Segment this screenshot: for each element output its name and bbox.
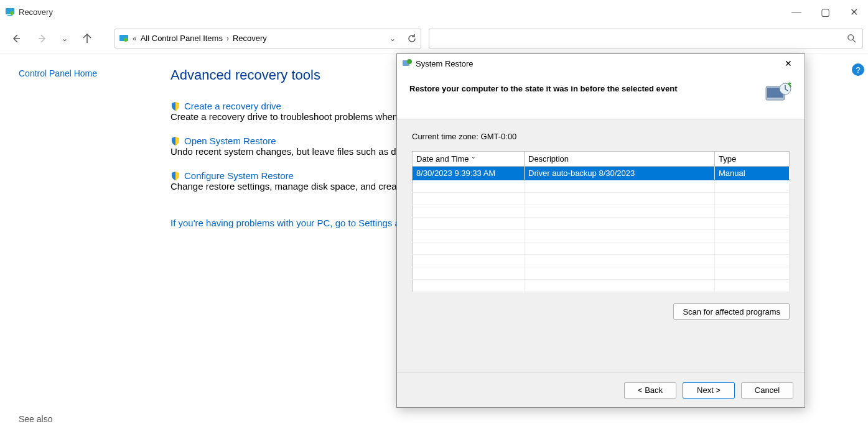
dialog-close-button[interactable]: ✕ <box>777 54 800 73</box>
dialog-titlebar: System Restore ✕ <box>397 54 805 73</box>
shield-icon <box>170 136 180 146</box>
empty-row <box>413 267 790 280</box>
cell-date-time: 8/30/2023 9:39:33 AM <box>413 167 525 180</box>
empty-row <box>413 242 790 255</box>
arrow-left-icon <box>11 34 21 44</box>
content-area: Control Panel Home See also Advanced rec… <box>0 53 868 429</box>
sidebar: Control Panel Home See also <box>0 53 168 429</box>
window-title: Recovery <box>19 7 782 17</box>
arrow-right-icon <box>37 34 47 44</box>
tool-link[interactable]: Create a recovery drive <box>184 101 281 111</box>
next-button[interactable]: Next > <box>683 382 735 399</box>
tool-link[interactable]: Open System Restore <box>184 136 276 146</box>
refresh-icon[interactable] <box>407 34 417 44</box>
restore-point-row[interactable]: 8/30/2023 9:39:33 AM Driver auto-backup … <box>413 167 790 180</box>
svg-point-11 <box>407 59 412 64</box>
minimize-button[interactable]: — <box>782 0 811 24</box>
dialog-footer: < Back Next > Cancel <box>397 372 805 407</box>
shield-icon <box>170 101 180 111</box>
cancel-button[interactable]: Cancel <box>741 382 793 399</box>
svg-rect-1 <box>7 15 12 16</box>
dialog-body: Current time zone: GMT-0:00 Date and Tim… <box>397 119 805 372</box>
restore-points-table[interactable]: Date and Time⌄ Description Type 8/30/202… <box>412 151 790 292</box>
empty-row <box>413 280 790 292</box>
dialog-heading: Restore your computer to the state it wa… <box>409 81 765 93</box>
see-also-heading: See also <box>19 414 52 424</box>
titlebar: Recovery — ▢ ✕ <box>0 0 868 24</box>
chevron-down-icon: ⌄ <box>62 34 68 43</box>
chevron-right-icon: › <box>226 34 229 43</box>
cell-description: Driver auto-backup 8/30/2023 <box>525 167 715 180</box>
dialog-title: System Restore <box>416 59 777 68</box>
tool-link[interactable]: Configure System Restore <box>184 170 294 181</box>
control-panel-home-link[interactable]: Control Panel Home <box>19 68 97 78</box>
forward-arrow-button[interactable] <box>31 27 54 50</box>
close-button[interactable]: ✕ <box>839 0 868 24</box>
back-button[interactable]: < Back <box>624 382 676 399</box>
back-arrow-button[interactable] <box>5 27 27 50</box>
system-restore-icon <box>402 58 412 68</box>
recent-dropdown[interactable]: ⌄ <box>57 27 72 50</box>
system-restore-dialog: System Restore ✕ Restore your computer t… <box>396 53 805 408</box>
empty-row <box>413 218 790 230</box>
restore-pc-icon <box>765 81 792 106</box>
recovery-icon <box>5 7 15 17</box>
empty-row <box>413 205 790 218</box>
sort-desc-icon: ⌄ <box>471 154 476 160</box>
maximize-button[interactable]: ▢ <box>811 0 839 24</box>
window-controls: — ▢ ✕ <box>782 0 868 24</box>
empty-row <box>413 255 790 267</box>
cell-type: Manual <box>715 167 790 180</box>
recovery-icon <box>119 34 129 44</box>
empty-row <box>413 230 790 242</box>
timezone-label: Current time zone: GMT-0:00 <box>412 132 790 141</box>
up-button[interactable] <box>76 27 98 50</box>
svg-point-2 <box>10 11 14 15</box>
scan-affected-button[interactable]: Scan for affected programs <box>673 303 790 320</box>
column-description[interactable]: Description <box>525 152 715 167</box>
address-bar[interactable]: « All Control Panel Items › Recovery ⌄ <box>114 29 421 48</box>
chevron-left-double-icon: « <box>133 34 137 43</box>
chevron-down-icon[interactable]: ⌄ <box>390 34 396 43</box>
empty-row <box>413 193 790 205</box>
column-type[interactable]: Type <box>715 152 790 167</box>
arrow-up-icon <box>82 34 92 44</box>
dialog-header: Restore your computer to the state it wa… <box>397 73 805 119</box>
breadcrumb-current[interactable]: Recovery <box>233 34 267 43</box>
settings-tip-link[interactable]: If you're having problems with your PC, … <box>170 218 400 228</box>
column-date-time[interactable]: Date and Time⌄ <box>413 152 525 167</box>
svg-line-9 <box>853 39 856 42</box>
help-icon[interactable]: ? <box>852 63 864 76</box>
svg-point-7 <box>124 38 128 42</box>
breadcrumb-root[interactable]: All Control Panel Items <box>141 34 223 43</box>
navigation-toolbar: ⌄ « All Control Panel Items › Recovery ⌄ <box>0 24 868 53</box>
search-box[interactable] <box>429 29 863 48</box>
search-icon <box>847 34 856 43</box>
shield-icon <box>170 171 180 181</box>
empty-row <box>413 180 790 193</box>
svg-point-8 <box>848 34 854 40</box>
